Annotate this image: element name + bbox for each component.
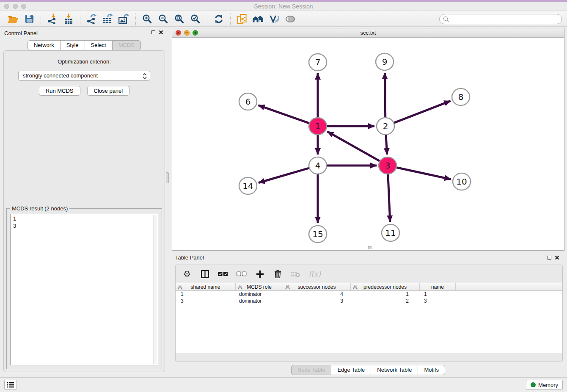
table-row[interactable]: 3dominator323 xyxy=(176,298,562,304)
column-header-successor-nodes[interactable]: successor nodes xyxy=(283,283,351,290)
show-columns-icon[interactable] xyxy=(200,270,209,278)
graph-edge-3-1[interactable] xyxy=(328,132,380,161)
close-panel-button[interactable]: Close panel xyxy=(87,86,130,96)
mcds-result-title: MCDS result (2 nodes) xyxy=(10,205,69,212)
tab-node-table[interactable]: Node Table xyxy=(291,365,332,375)
column-header-shared-name[interactable]: shared name xyxy=(176,283,236,290)
tab-select[interactable]: Select xyxy=(85,40,113,50)
table-cell: 3 xyxy=(420,298,456,304)
graph-node-14[interactable]: 14 xyxy=(239,177,257,194)
apply-layout-button[interactable] xyxy=(211,12,227,26)
run-mcds-button[interactable]: Run MCDS xyxy=(39,86,80,96)
close-panel-icon[interactable] xyxy=(555,255,559,260)
style-visibility-button[interactable] xyxy=(266,12,282,26)
import-table-button[interactable] xyxy=(61,12,77,26)
graph-edge-2-8[interactable] xyxy=(394,101,451,123)
graph-edge-1-6[interactable] xyxy=(259,105,310,123)
split-pane-handle[interactable] xyxy=(166,172,169,183)
table-header-row: shared nameMCDS rolesuccessor nodesprede… xyxy=(176,283,562,291)
deselect-all-rows-icon[interactable] xyxy=(237,271,247,276)
export-table-button[interactable] xyxy=(100,12,116,26)
float-panel-icon[interactable] xyxy=(548,256,551,259)
copy-view-button[interactable] xyxy=(234,12,250,26)
control-panel-tabs: NetworkStyleSelectMCDS xyxy=(0,40,168,50)
import-network-button[interactable] xyxy=(44,12,61,26)
table-settings-gear-icon[interactable]: ⚙ xyxy=(182,270,192,278)
node-label-3: 3 xyxy=(385,160,391,171)
task-history-button[interactable] xyxy=(4,380,17,390)
graph-node-9[interactable]: 9 xyxy=(376,53,394,70)
graph-node-15[interactable]: 15 xyxy=(309,226,327,243)
column-header-predecessor-nodes[interactable]: predecessor nodes xyxy=(351,283,420,290)
tab-style[interactable]: Style xyxy=(60,40,85,50)
export-network-button[interactable] xyxy=(84,12,100,26)
list-icon xyxy=(7,382,14,388)
graph-node-7[interactable]: 7 xyxy=(309,54,327,71)
graph-node-3[interactable]: 3 xyxy=(379,157,396,174)
tab-network[interactable]: Network xyxy=(28,40,61,50)
refresh-icon xyxy=(214,14,223,24)
close-panel-icon[interactable] xyxy=(159,30,163,35)
graph-edge-2-9[interactable] xyxy=(385,73,385,117)
save-session-button[interactable] xyxy=(21,12,37,26)
export-image-button[interactable] xyxy=(116,12,132,26)
node-label-1: 1 xyxy=(315,121,321,131)
table-toolbar: ⚙ xyxy=(176,265,562,283)
toolbar-separator xyxy=(230,13,231,25)
node-label-9: 9 xyxy=(382,57,388,67)
function-builder-icon-disabled: f(x) xyxy=(308,270,321,278)
open-session-button[interactable] xyxy=(5,12,21,26)
graph-edge-3-10[interactable] xyxy=(396,167,451,179)
graph-node-10[interactable]: 10 xyxy=(453,173,471,190)
graph-node-6[interactable]: 6 xyxy=(239,93,257,110)
select-all-rows-icon[interactable] xyxy=(218,271,228,276)
table-panel-tabs: Node TableEdge TableNetwork TableMotifs xyxy=(172,365,564,375)
graph-node-8[interactable]: 8 xyxy=(452,88,470,105)
control-panel-title: Control Panel xyxy=(4,30,38,36)
eye-icon xyxy=(285,15,296,23)
zoom-in-button[interactable] xyxy=(139,12,155,26)
network-canvas[interactable]: 7968124314101511 xyxy=(172,38,564,250)
tab-motifs[interactable]: Motifs xyxy=(418,365,445,375)
table-cell: dominator xyxy=(236,291,283,298)
table-panel-title: Table Panel xyxy=(175,254,204,261)
search-icon xyxy=(443,16,449,22)
status-bar: Memory xyxy=(0,377,567,392)
search-input[interactable] xyxy=(451,15,561,23)
tab-edge-table[interactable]: Edge Table xyxy=(331,365,371,375)
network-graph[interactable]: 7968124314101511 xyxy=(172,38,564,250)
graph-edge-4-14[interactable] xyxy=(259,168,309,183)
tab-mcds[interactable]: MCDS xyxy=(112,40,141,50)
zoom-fit-button[interactable] xyxy=(171,12,187,26)
network-title: scc.txt xyxy=(172,30,564,36)
table-body: 1dominator4113dominator323 xyxy=(176,291,562,353)
table-row[interactable]: 1dominator411 xyxy=(176,291,562,298)
node-table-container: ⚙ xyxy=(175,265,563,362)
column-header-name[interactable]: name xyxy=(420,283,456,290)
graph-node-11[interactable]: 11 xyxy=(382,224,399,241)
global-search-box[interactable] xyxy=(439,14,562,24)
zoom-out-button[interactable] xyxy=(155,12,171,26)
zoom-selected-button[interactable] xyxy=(187,12,204,26)
graph-edge-3-11[interactable] xyxy=(388,174,390,222)
show-hide-button[interactable] xyxy=(282,12,298,26)
tab-network-table[interactable]: Network Table xyxy=(371,365,418,375)
graph-node-1[interactable]: 1 xyxy=(309,118,327,135)
graph-edge-2-3[interactable] xyxy=(386,135,387,155)
home-view-button[interactable] xyxy=(250,12,266,26)
float-panel-icon[interactable] xyxy=(151,30,155,34)
mcds-result-area[interactable]: 1 3 xyxy=(10,214,158,365)
node-label-2: 2 xyxy=(383,121,388,131)
canvas-scroll-thumb[interactable] xyxy=(368,246,372,249)
delete-column-icon[interactable] xyxy=(273,270,282,278)
result-scrollbar[interactable] xyxy=(153,215,157,364)
criterion-select[interactable]: strongly connected component xyxy=(18,71,150,81)
memory-button[interactable]: Memory xyxy=(526,380,563,390)
mcds-actions: Run MCDS Close panel xyxy=(4,86,165,96)
graph-node-2[interactable]: 2 xyxy=(377,118,394,135)
control-panel-window-controls xyxy=(151,30,163,35)
graph-node-4[interactable]: 4 xyxy=(309,157,327,174)
column-header-MCDS-role[interactable]: MCDS role xyxy=(236,283,283,290)
add-column-icon[interactable] xyxy=(255,270,264,278)
network-window-titlebar[interactable]: scc.txt xyxy=(172,28,564,38)
